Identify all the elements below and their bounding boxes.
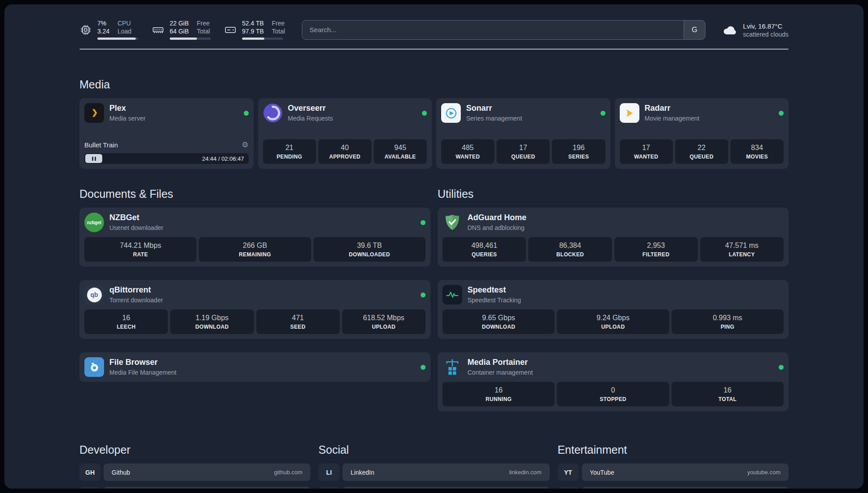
bookmark-github[interactable]: GH Github github.com xyxy=(79,464,310,481)
dashboard: 7% 3.24 CPU Load xyxy=(4,4,864,489)
bookmark-pill: StackOverflow stackoverflow.com xyxy=(104,487,310,489)
service-name: Overseerr xyxy=(288,104,333,113)
bookmark-twitter[interactable]: TW Twitter twitter.com xyxy=(318,487,549,489)
service-card-portainer[interactable]: Media Portainer Container management 16 … xyxy=(438,352,789,411)
bookmark-pill: LinkedIn linkedin.com xyxy=(342,464,549,481)
stat-blocked: 86,384 BLOCKED xyxy=(528,237,612,262)
stat-rate: 744.21 Mbps RATE xyxy=(84,237,196,262)
bookmark-linkedin[interactable]: LI LinkedIn linkedin.com xyxy=(318,464,549,481)
service-card-speedtest[interactable]: Speedtest Speedtest Tracking 9.65 Gbps D… xyxy=(438,280,789,339)
stat-total: 16 TOTAL xyxy=(672,382,784,406)
bookmark-stackoverflow[interactable]: SO StackOverflow stackoverflow.com xyxy=(79,487,310,489)
service-description: Media server xyxy=(109,115,146,122)
stat-wanted: 485 WANTED xyxy=(441,139,494,164)
bookmark-abbr: NF xyxy=(558,487,579,489)
section-title-media: Media xyxy=(79,78,789,91)
memory-resource-widget: 22 GiB 64 GiB Free Total xyxy=(152,20,211,40)
resource-value: 3.24 xyxy=(97,28,109,36)
bookmark-netflix[interactable]: NF Netflix netflix.com xyxy=(558,487,789,489)
search-input[interactable] xyxy=(302,21,684,39)
stat-available: 945 AVAILABLE xyxy=(374,139,427,164)
plex-progress-bar[interactable]: 24:44 / 02:06:47 xyxy=(84,153,249,164)
stat-wanted: 17 WANTED xyxy=(620,139,673,164)
nzbget-icon: nzbget xyxy=(84,213,104,232)
stat-filtered: 2,953 FILTERED xyxy=(614,237,698,262)
service-card-qbittorrent[interactable]: qb qBittorrent Torrent downloader 16 LEE… xyxy=(79,280,430,339)
service-card-radarr[interactable]: Radarr Movie management 17 WANTED 22 QUE… xyxy=(615,98,789,169)
resource-label: Free xyxy=(197,20,210,28)
section-media: Media Plex Media server xyxy=(79,78,789,169)
overseerr-icon xyxy=(263,103,283,123)
cpu-progress-fill xyxy=(97,38,136,40)
disk-progress-bar xyxy=(242,38,283,40)
stat-queued: 17 QUEUED xyxy=(497,139,550,164)
stat-stopped: 0 STOPPED xyxy=(557,382,669,406)
service-description: Speedtest Tracking xyxy=(467,297,521,304)
status-dot xyxy=(421,365,426,370)
resource-value: 22 GiB xyxy=(170,20,189,28)
bookmark-abbr: LI xyxy=(318,464,339,481)
cloud-icon xyxy=(722,22,738,38)
service-description: Media File Management xyxy=(109,369,176,376)
resource-label: CPU xyxy=(117,20,131,28)
bookmark-abbr: SO xyxy=(79,487,100,489)
bookmark-youtube[interactable]: YT YouTube youtube.com xyxy=(558,464,789,481)
pause-button[interactable] xyxy=(85,154,102,163)
section-title-utilities: Utilities xyxy=(438,188,789,201)
memory-progress-bar xyxy=(170,38,211,40)
stat-ping: 0.993 ms PING xyxy=(672,309,784,334)
stat-movies: 834 MOVIES xyxy=(730,139,784,164)
status-dot xyxy=(779,365,784,370)
section-entertainment: Entertainment YT YouTube youtube.com NF … xyxy=(558,443,789,489)
service-name: qBittorrent xyxy=(109,285,163,295)
service-card-adguard[interactable]: AdGuard Home DNS and adblocking 498,461 … xyxy=(438,208,789,267)
bookmark-pill: Netflix netflix.com xyxy=(582,487,789,489)
section-utilities: Utilities xyxy=(438,188,789,411)
service-description: Movie management xyxy=(645,115,700,122)
bookmark-abbr: TW xyxy=(318,487,339,489)
service-name: Sonarr xyxy=(466,104,522,113)
stat-seed: 471 SEED xyxy=(256,309,340,334)
status-dot xyxy=(601,111,605,116)
resource-value: 52.4 TB xyxy=(242,20,264,28)
filebrowser-icon xyxy=(84,357,104,377)
memory-progress-fill xyxy=(170,38,197,40)
service-card-nzbget[interactable]: nzbget NZBGet Usenet downloader 744.21 M… xyxy=(79,208,430,267)
status-dot xyxy=(779,111,784,116)
radarr-icon xyxy=(620,103,639,123)
resource-label: Total xyxy=(272,28,285,36)
section-title-entertainment: Entertainment xyxy=(558,443,789,456)
stat-download: 1.19 Gbps DOWNLOAD xyxy=(170,309,254,334)
bookmark-pill: Twitter twitter.com xyxy=(342,487,549,489)
search-provider-button[interactable]: G xyxy=(684,21,705,39)
memory-icon xyxy=(152,24,164,36)
speedtest-icon xyxy=(442,285,462,305)
bookmark-pill: Github github.com xyxy=(104,464,310,481)
service-description: Torrent downloader xyxy=(109,297,163,304)
plex-icon xyxy=(84,103,104,123)
service-card-overseerr[interactable]: Overseerr Media Requests 21 PENDING 40 A… xyxy=(258,98,432,169)
sonarr-icon xyxy=(441,103,461,123)
plex-now-playing: Bullet Train ⚙ 24:44 / 02:06:47 xyxy=(84,138,249,164)
bookmark-pill: YouTube youtube.com xyxy=(582,464,789,481)
service-card-sonarr[interactable]: Sonarr Series management 485 WANTED 17 Q… xyxy=(436,98,610,169)
stat-upload: 9.24 Gbps UPLOAD xyxy=(557,309,669,334)
service-name: Media Portainer xyxy=(467,358,533,368)
stat-latency: 47.571 ms LATENCY xyxy=(700,237,784,262)
stat-remaining: 266 GB REMAINING xyxy=(199,237,311,262)
bookmark-abbr: GH xyxy=(79,464,100,481)
resource-label: Total xyxy=(197,28,210,36)
topbar: 7% 3.24 CPU Load xyxy=(79,20,789,40)
weather-condition: scattered clouds xyxy=(743,31,789,38)
search-bar: G xyxy=(302,20,705,40)
resource-value: 64 GiB xyxy=(170,28,189,36)
cpu-resource-widget: 7% 3.24 CPU Load xyxy=(79,20,138,40)
playback-time: 24:44 / 02:06:47 xyxy=(202,155,248,162)
topbar-divider xyxy=(79,49,789,50)
stat-download: 9.65 Gbps DOWNLOAD xyxy=(442,309,555,334)
service-name: NZBGet xyxy=(109,213,163,223)
service-card-plex[interactable]: Plex Media server Bullet Train ⚙ 24:44 /… xyxy=(79,98,254,169)
service-card-filebrowser[interactable]: File Browser Media File Management xyxy=(79,352,430,382)
bookmark-abbr: YT xyxy=(558,464,579,481)
gear-icon[interactable]: ⚙ xyxy=(242,140,248,150)
